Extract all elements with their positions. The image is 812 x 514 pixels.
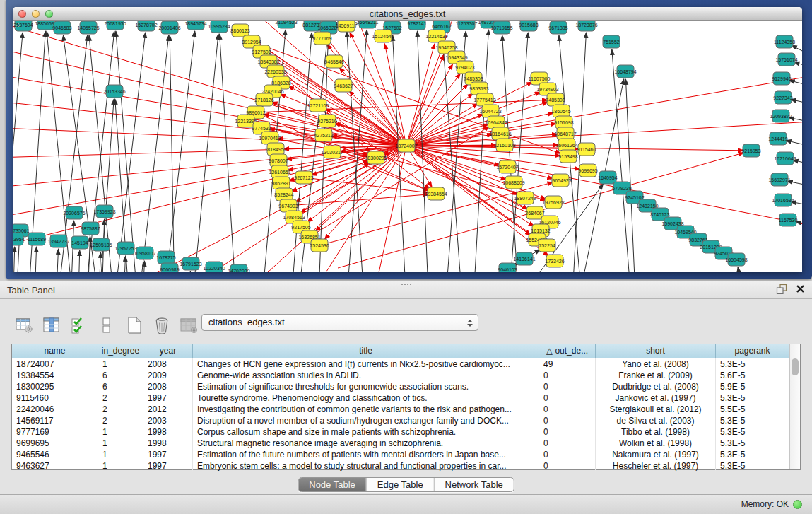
select-all-icon[interactable] <box>69 315 89 335</box>
graph-node[interactable]: 9794023 <box>455 61 474 74</box>
graph-node[interactable]: 2718126 <box>254 93 273 106</box>
table-cell-out_degree[interactable]: 49 <box>539 358 596 370</box>
table-row[interactable]: 2242004622012Investigating the contribut… <box>12 404 789 415</box>
column-header-title[interactable]: title <box>193 344 539 358</box>
table-cell-in_degree[interactable]: 1 <box>98 358 143 370</box>
table-cell-name[interactable]: 19384554 <box>12 370 98 381</box>
graph-node[interactable]: 1733426 <box>545 255 564 267</box>
graph-node[interactable]: 9267123 <box>294 171 313 184</box>
graph-node[interactable]: 9674903 <box>278 199 298 212</box>
table-cell-in_degree[interactable]: 1 <box>98 460 143 472</box>
graph-node[interactable]: 9678007 <box>269 154 288 167</box>
table-row[interactable]: 946362711997Embryonic stem cells: a mode… <box>12 460 789 472</box>
graph-edge[interactable] <box>791 201 802 210</box>
graph-node[interactable]: 1115689 <box>28 233 46 245</box>
graph-node[interactable]: 14702039 <box>228 264 249 272</box>
table-cell-year[interactable]: 2008 <box>143 381 193 392</box>
table-cell-name[interactable]: 9115460 <box>12 392 98 404</box>
clear-selection-icon[interactable] <box>97 315 117 335</box>
scrollbar-thumb[interactable] <box>792 358 799 375</box>
graph-node[interactable]: 12093872 <box>770 110 792 122</box>
graph-node[interactable]: 19654923 <box>549 174 571 187</box>
graph-node[interactable]: 9015683 <box>519 21 538 31</box>
table-cell-pagerank[interactable]: 5.9E-5 <box>716 381 789 392</box>
float-panel-icon[interactable] <box>776 284 787 294</box>
graph-node[interactable]: 9046583 <box>52 21 71 34</box>
graph-node[interactable]: 16648211 <box>357 21 379 28</box>
table-cell-name[interactable]: 9463627 <box>12 460 98 472</box>
table-cell-short[interactable]: Nakamura et al. (1997) <box>596 449 716 460</box>
table-cell-out_degree[interactable]: 0 <box>539 381 596 392</box>
table-selector-dropdown[interactable]: citations_edges.txt <box>201 314 478 331</box>
table-cell-name[interactable]: 22420046 <box>12 404 98 415</box>
graph-node[interactable]: 13942737 <box>47 235 69 247</box>
table-cell-year[interactable]: 2012 <box>143 404 193 415</box>
graph-node[interactable]: 9153498 <box>558 150 577 163</box>
graph-node[interactable]: 1860545 <box>551 105 570 117</box>
graph-node[interactable]: 19756928 <box>542 196 564 209</box>
new-table-icon[interactable] <box>124 315 144 335</box>
graph-node[interactable]: 9875887 <box>81 222 100 235</box>
table-cell-title[interactable]: Disruption of a novel member of a sodium… <box>193 415 539 426</box>
resize-grip[interactable] <box>13 21 21 29</box>
graph-node[interactable]: 7524530 <box>310 239 329 252</box>
table-cell-name[interactable]: 14569117 <box>12 415 98 426</box>
graph-node[interactable]: 7485300 <box>546 93 565 106</box>
table-cell-out_degree[interactable]: 0 <box>539 404 596 415</box>
table-cell-pagerank[interactable]: 5.3E-5 <box>716 358 789 370</box>
graph-node[interactable]: 18184952 <box>264 143 286 156</box>
table-cell-year[interactable]: 2003 <box>143 415 193 426</box>
graph-node[interactable]: 11124358 <box>774 35 795 48</box>
graph-node[interactable]: 16061264 <box>555 139 577 151</box>
graph-node[interactable]: 9699695 <box>578 164 597 177</box>
graph-node[interactable]: 14055725 <box>77 21 99 34</box>
table-cell-name[interactable]: 9465546 <box>12 449 98 460</box>
table-cell-name[interactable]: 9699695 <box>12 438 98 449</box>
graph-edge[interactable] <box>406 112 553 146</box>
graph-node[interactable]: 16648794 <box>614 65 636 78</box>
table-cell-out_degree[interactable]: 0 <box>539 438 596 449</box>
table-cell-year[interactable]: 2009 <box>143 370 193 381</box>
graph-node[interactable]: 9463627 <box>334 79 353 92</box>
graph-edge[interactable] <box>406 44 435 146</box>
graph-node[interactable]: 19384554 <box>425 187 447 200</box>
graph-node[interactable]: 145194 <box>71 236 88 249</box>
table-cell-short[interactable]: Stergiakouli et al. (2012) <box>596 404 716 415</box>
column-header-short[interactable]: short <box>596 344 716 358</box>
table-cell-pagerank[interactable]: 5.5E-5 <box>716 404 789 415</box>
show-columns-icon[interactable] <box>42 315 61 335</box>
table-cell-short[interactable]: Franke et al. (2009) <box>596 370 716 381</box>
graph-node[interactable]: 18723876 <box>575 21 597 31</box>
table-row[interactable]: 946554611997Estimation of the future num… <box>12 449 789 460</box>
table-row[interactable]: 1830029562008Estimation of significance … <box>12 381 789 392</box>
graph-node[interactable]: 10648717 <box>554 127 576 140</box>
graph-edge[interactable] <box>112 33 146 272</box>
graph-edge[interactable] <box>189 34 218 272</box>
graph-edge[interactable] <box>13 247 15 272</box>
tab-edge-table[interactable]: Edge Table <box>366 478 434 491</box>
graph-node[interactable]: 11253307 <box>456 21 478 30</box>
graph-edge[interactable] <box>502 35 522 272</box>
graph-node[interactable]: 9853193 <box>469 82 488 95</box>
column-header-out_degree[interactable]: △ out_de... <box>539 344 596 358</box>
memory-status-indicator[interactable] <box>793 500 802 509</box>
graph-node[interactable]: 21094523 <box>275 21 297 28</box>
column-header-pagerank[interactable]: pagerank <box>716 344 789 358</box>
graph-node[interactable]: 20206576 <box>63 206 85 219</box>
table-cell-title[interactable]: Corpus callosum shape and size in male p… <box>193 426 539 438</box>
tab-node-table[interactable]: Node Table <box>298 478 366 491</box>
graph-node[interactable]: 14569117 <box>336 21 358 32</box>
graph-edge[interactable] <box>98 252 101 272</box>
graph-edge[interactable] <box>787 181 802 190</box>
table-cell-short[interactable]: Jankovic et al. (1997) <box>596 392 716 404</box>
graph-node[interactable]: 9782141 <box>407 21 426 30</box>
table-cell-in_degree[interactable]: 6 <box>98 381 143 392</box>
table-cell-out_degree[interactable]: 0 <box>539 460 596 472</box>
table-cell-in_degree[interactable]: 2 <box>98 404 143 415</box>
table-settings-icon[interactable] <box>14 315 34 335</box>
table-cell-short[interactable]: de Silva et al. (2003) <box>596 415 716 426</box>
graph-edge[interactable] <box>220 34 239 272</box>
graph-node[interactable]: 20681930 <box>104 21 126 30</box>
graph-edge[interactable] <box>625 79 636 272</box>
graph-node[interactable]: 9465546 <box>324 55 343 68</box>
